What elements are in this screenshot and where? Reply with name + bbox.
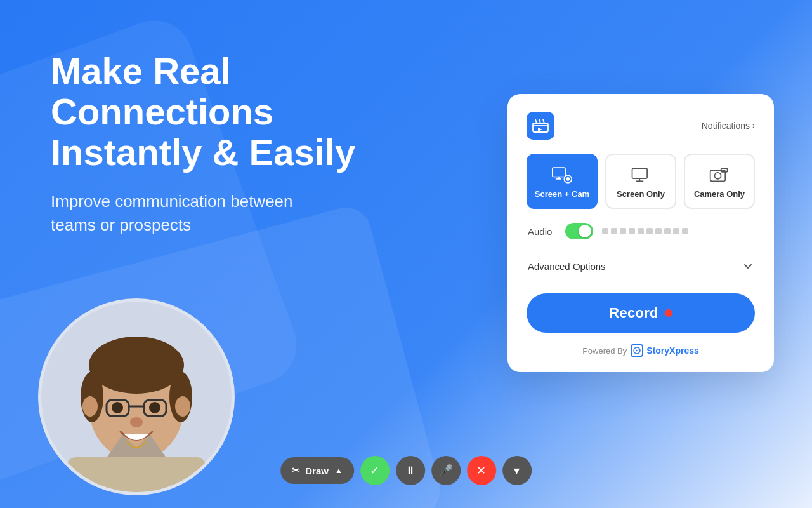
audio-toggle[interactable] <box>565 223 593 239</box>
app-logo <box>527 112 554 140</box>
audio-bar-10 <box>682 228 688 234</box>
microphone-icon: 🎤 <box>439 464 453 478</box>
bottom-toolbar: ✂ Draw ▲ ✓ ⏸ 🎤 ✕ ▾ <box>280 456 532 485</box>
storyxpress-logo: StoryXpress <box>631 344 698 357</box>
audio-bar-6 <box>646 228 653 234</box>
audio-label: Audio <box>528 226 556 237</box>
audio-bar-7 <box>655 228 662 234</box>
svg-point-30 <box>714 173 721 179</box>
svg-point-12 <box>149 402 160 413</box>
record-button[interactable]: Record <box>527 293 755 333</box>
draw-button[interactable]: ✂ Draw ▲ <box>280 457 354 484</box>
audio-level-bars <box>602 228 754 234</box>
audio-bar-4 <box>629 228 635 234</box>
chevron-down-icon <box>742 260 754 272</box>
audio-bar-2 <box>611 228 617 234</box>
recording-panel: Notifications › Screen + Cam <box>508 94 774 372</box>
svg-rect-14 <box>67 457 206 492</box>
audio-bar-5 <box>638 228 644 234</box>
advanced-options-row[interactable]: Advanced Options <box>527 251 755 281</box>
pause-button[interactable]: ⏸ <box>396 456 425 485</box>
svg-point-3 <box>89 337 184 394</box>
powered-by: Powered By StoryXpress <box>527 344 755 357</box>
close-icon: ✕ <box>476 464 486 478</box>
svg-rect-26 <box>632 168 648 178</box>
recording-mode-buttons: Screen + Cam Screen Only Camera Only <box>527 154 755 209</box>
record-dot <box>665 309 672 317</box>
audio-bar-9 <box>673 228 679 234</box>
svg-point-25 <box>566 177 570 180</box>
pause-icon: ⏸ <box>405 464 416 478</box>
headline: Make Real Connections Instantly & Easily <box>51 51 463 172</box>
svg-marker-34 <box>636 349 638 352</box>
scissors-icon: ✂ <box>292 465 300 476</box>
svg-rect-15 <box>533 123 548 132</box>
left-content: Make Real Connections Instantly & Easily… <box>51 51 463 236</box>
toggle-thumb <box>579 225 591 237</box>
svg-rect-21 <box>553 168 565 177</box>
mic-button[interactable]: 🎤 <box>431 456 461 485</box>
storyxpress-icon <box>631 344 643 357</box>
draw-chevron-icon: ▲ <box>335 466 343 475</box>
mode-camera-only-button[interactable]: Camera Only <box>684 154 755 209</box>
svg-marker-20 <box>538 128 542 131</box>
expand-button[interactable]: ▾ <box>502 456 532 485</box>
svg-point-7 <box>175 396 190 417</box>
audio-bar-1 <box>602 228 608 234</box>
panel-header: Notifications › <box>527 112 755 140</box>
notifications-link[interactable]: Notifications › <box>702 121 755 131</box>
checkmark-icon: ✓ <box>370 464 379 478</box>
svg-point-6 <box>82 396 98 417</box>
mode-screen-cam-button[interactable]: Screen + Cam <box>527 154 598 209</box>
svg-point-13 <box>130 417 143 427</box>
subheadline: Improve communication betweenteams or pr… <box>51 190 463 236</box>
avatar <box>38 298 235 495</box>
advanced-options-label: Advanced Options <box>528 261 606 272</box>
person-image <box>54 298 219 492</box>
audio-bar-3 <box>620 228 626 234</box>
close-button[interactable]: ✕ <box>467 456 496 485</box>
mode-screen-only-button[interactable]: Screen Only <box>605 154 676 209</box>
audio-bar-8 <box>664 228 671 234</box>
audio-row: Audio <box>527 223 755 239</box>
svg-point-11 <box>112 402 123 413</box>
chevron-right-icon: › <box>752 121 755 130</box>
confirm-button[interactable]: ✓ <box>360 456 390 485</box>
expand-icon: ▾ <box>514 464 520 478</box>
